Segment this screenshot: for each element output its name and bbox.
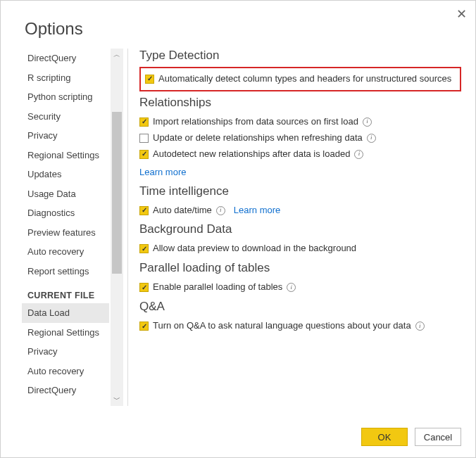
info-icon[interactable]: i [367,134,376,143]
sidebar-item-dataload[interactable]: Data Load [22,303,109,323]
group-qa: Q&A [139,300,461,314]
sidebar-item-pythonscripting[interactable]: Python scripting [22,87,109,107]
sidebar-item-autorecovery[interactable]: Auto recovery [22,242,109,262]
group-parallel-loading: Parallel loading of tables [139,261,461,275]
sidebar-item-file-directquery[interactable]: DirectQuery [22,381,109,400]
info-icon[interactable]: i [415,322,425,331]
scroll-up-icon[interactable]: ︿ [111,49,123,61]
info-icon[interactable]: i [287,283,296,292]
option-import-relationships: Import relationships from data sources o… [139,114,461,130]
sidebar-item-diagnostics[interactable]: Diagnostics [22,203,109,223]
sidebar-item-privacy[interactable]: Privacy [22,126,109,146]
option-auto-datetime: Auto date/time i Learn more [139,203,461,219]
label-import-relationships: Import relationships from data sources o… [153,116,358,128]
sidebar-item-usagedata[interactable]: Usage Data [22,184,109,204]
sidebar-item-file-regionalsettings[interactable]: Regional Settings [22,323,109,343]
ok-button[interactable]: OK [361,428,408,446]
sidebar-item-file-autorecovery[interactable]: Auto recovery [22,362,109,381]
label-parallel-loading: Enable parallel loading of tables [153,281,282,293]
highlight-annotation: Automatically detect column types and he… [139,67,461,91]
sidebar-section-currentfile: CURRENT FILE [22,281,109,303]
group-relationships: Relationships [139,96,461,110]
cancel-button[interactable]: Cancel [415,428,461,446]
sidebar: DirectQuery R scripting Python scripting… [22,49,109,406]
label-update-relationships: Update or delete relationships when refr… [153,132,363,144]
label-auto-detect-types: Automatically detect column types and he… [158,73,451,85]
group-background-data: Background Data [139,222,461,236]
main-area: DirectQuery R scripting Python scripting… [1,49,475,406]
group-type-detection: Type Detection [139,49,461,63]
dialog-footer: OK Cancel [361,428,461,446]
sidebar-item-security[interactable]: Security [22,107,109,127]
info-icon[interactable]: i [216,206,225,215]
sidebar-item-regionalsettings[interactable]: Regional Settings [22,146,109,165]
option-autodetect-relationships: Autodetect new relationships after data … [139,146,461,163]
option-qa-enable: Turn on Q&A to ask natural language ques… [139,318,461,334]
sidebar-container: DirectQuery R scripting Python scripting… [22,49,123,406]
sidebar-item-queryreduction[interactable]: Query reduction [22,400,109,407]
dialog-title: Options [1,1,475,49]
label-qa-enable: Turn on Q&A to ask natural language ques… [153,320,411,332]
info-icon[interactable]: i [363,117,372,127]
sidebar-scrollbar[interactable]: ︿ ﹀ [111,49,123,406]
label-background-preview: Allow data preview to download in the ba… [153,243,356,255]
info-icon[interactable]: i [354,150,363,159]
label-autodetect-relationships: Autodetect new relationships after data … [153,148,350,160]
sidebar-item-rscripting[interactable]: R scripting [22,68,109,88]
checkbox-background-preview[interactable] [139,244,149,253]
option-auto-detect-types: Automatically detect column types and he… [145,71,456,87]
option-update-relationships: Update or delete relationships when refr… [139,130,461,146]
link-learn-more-relationships[interactable]: Learn more [139,163,186,180]
scroll-down-icon[interactable]: ﹀ [111,393,123,406]
sidebar-item-directquery[interactable]: DirectQuery [22,49,109,68]
checkbox-import-relationships[interactable] [139,117,149,127]
checkbox-update-relationships[interactable] [139,134,149,143]
scroll-thumb[interactable] [112,112,122,274]
sidebar-item-previewfeatures[interactable]: Preview features [22,223,109,243]
sidebar-item-reportsettings[interactable]: Report settings [22,262,109,281]
checkbox-auto-detect-types[interactable] [145,75,154,84]
group-time-intelligence: Time intelligence [139,184,461,198]
option-parallel-loading: Enable parallel loading of tables i [139,279,461,295]
vertical-divider [127,49,128,406]
option-background-preview: Allow data preview to download in the ba… [139,241,461,257]
content-panel: Type Detection Automatically detect colu… [139,49,475,406]
link-learn-more-timeintel[interactable]: Learn more [234,205,280,217]
sidebar-item-file-privacy[interactable]: Privacy [22,342,109,362]
checkbox-parallel-loading[interactable] [139,283,149,292]
sidebar-item-updates[interactable]: Updates [22,165,109,184]
checkbox-qa-enable[interactable] [139,322,149,331]
checkbox-autodetect-relationships[interactable] [139,150,149,159]
close-icon[interactable]: ✕ [456,6,467,22]
checkbox-auto-datetime[interactable] [139,206,149,215]
label-auto-datetime: Auto date/time [153,205,212,217]
